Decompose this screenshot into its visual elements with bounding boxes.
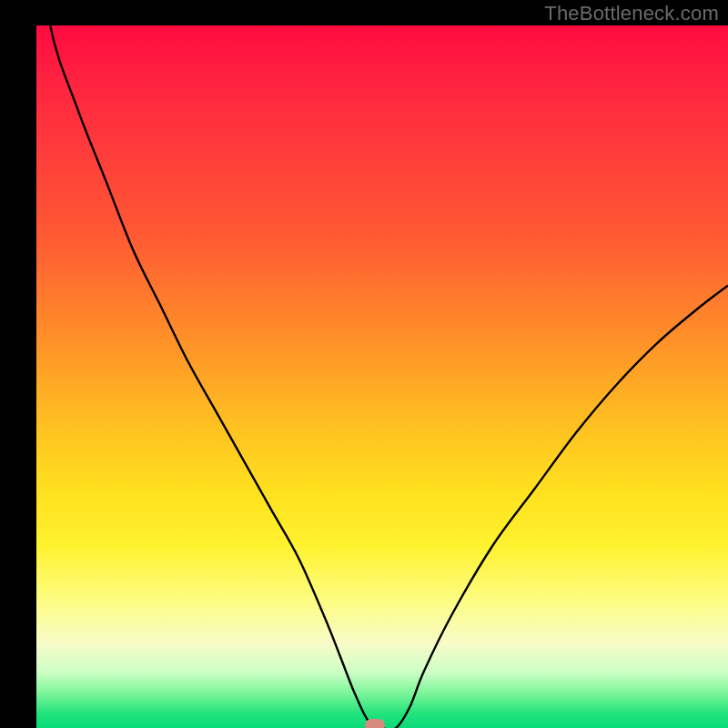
bottleneck-curve bbox=[36, 25, 728, 728]
watermark-text: TheBottleneck.com bbox=[544, 2, 719, 25]
chart-frame: TheBottleneck.com bbox=[0, 0, 728, 728]
curve-line bbox=[36, 25, 728, 728]
optimal-marker bbox=[365, 719, 385, 728]
plot-area bbox=[36, 25, 728, 728]
